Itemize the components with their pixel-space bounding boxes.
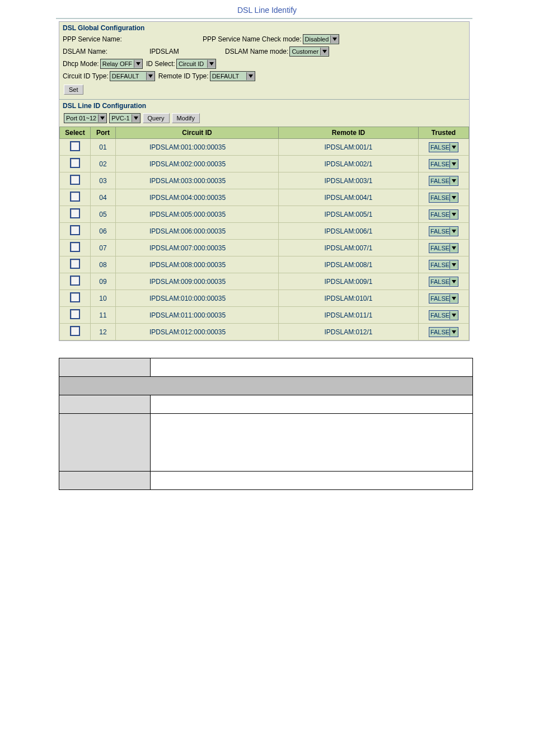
chevron-down-icon xyxy=(449,261,458,269)
row-select-checkbox[interactable] xyxy=(70,208,80,218)
table-row: 09IPDSLAM:009:000:00035IPDSLAM:009/1FALS… xyxy=(60,273,469,290)
port-range-select[interactable]: Port 01~12 xyxy=(64,113,107,123)
table-row: 07IPDSLAM:007:000:00035IPDSLAM:007/1FALS… xyxy=(60,240,469,256)
id-select-select[interactable]: Circuit ID xyxy=(176,59,216,69)
port-cell: 03 xyxy=(91,172,116,189)
doc-cell xyxy=(151,395,473,414)
dslam-name-label: DSLAM Name: xyxy=(63,48,149,55)
doc-cell xyxy=(59,414,151,472)
table-row: 12IPDSLAM:012:000:00035IPDSLAM:012/1FALS… xyxy=(60,324,469,340)
circuit-id-cell: IPDSLAM:010:000:00035 xyxy=(116,290,279,307)
row-select-checkbox[interactable] xyxy=(70,242,80,252)
remote-id-cell: IPDSLAM:008/1 xyxy=(279,256,419,273)
trusted-select[interactable]: FALSE xyxy=(429,260,458,270)
remote-id-cell: IPDSLAM:006/1 xyxy=(279,223,419,240)
port-cell: 07 xyxy=(91,240,116,256)
trusted-select[interactable]: FALSE xyxy=(429,293,458,304)
trusted-select[interactable]: FALSE xyxy=(429,176,458,186)
modify-button[interactable]: Modify xyxy=(172,113,200,123)
remote-id-cell: IPDSLAM:002/1 xyxy=(279,156,419,172)
svg-marker-5 xyxy=(249,74,253,78)
chevron-down-icon xyxy=(449,160,458,168)
row-select-checkbox[interactable] xyxy=(70,175,80,185)
svg-marker-16 xyxy=(452,280,456,283)
circuit-id-cell: IPDSLAM:012:000:00035 xyxy=(116,324,279,340)
doc-cell xyxy=(59,358,151,377)
doc-cell xyxy=(151,472,473,490)
circuit-id-cell: IPDSLAM:009:000:00035 xyxy=(116,273,279,290)
remote-id-cell: IPDSLAM:003/1 xyxy=(279,172,419,189)
chevron-down-icon xyxy=(449,295,458,302)
dslam-name-mode-label: DSLAM Name mode: xyxy=(225,48,288,55)
remote-id-cell: IPDSLAM:010/1 xyxy=(279,290,419,307)
chevron-down-icon xyxy=(449,194,458,202)
trusted-select[interactable]: FALSE xyxy=(429,277,458,287)
port-cell: 05 xyxy=(91,206,116,223)
circuit-id-type-select[interactable]: DEFAULT xyxy=(110,71,155,81)
port-cell: 02 xyxy=(91,156,116,172)
row-select-checkbox[interactable] xyxy=(70,326,80,336)
remote-id-cell: IPDSLAM:007/1 xyxy=(279,240,419,256)
chevron-down-icon xyxy=(132,114,140,122)
ppp-check-mode-label: PPP Service Name Check mode: xyxy=(203,35,302,43)
chevron-down-icon xyxy=(449,278,458,286)
svg-marker-6 xyxy=(100,116,105,120)
col-circuit: Circuit ID xyxy=(116,127,279,139)
ppp-check-mode-select[interactable]: Disabled xyxy=(303,34,340,44)
svg-marker-3 xyxy=(209,62,214,66)
chevron-down-icon xyxy=(449,328,458,336)
page-title: DSL Line Identify xyxy=(0,0,534,18)
table-row: 06IPDSLAM:006:000:00035IPDSLAM:006/1FALS… xyxy=(60,223,469,240)
pvc-select[interactable]: PVC-1 xyxy=(109,113,140,123)
chevron-down-icon xyxy=(449,227,458,235)
remote-id-cell: IPDSLAM:005/1 xyxy=(279,206,419,223)
doc-cell xyxy=(151,414,473,472)
table-row: 03IPDSLAM:003:000:00035IPDSLAM:003/1FALS… xyxy=(60,172,469,189)
trusted-select[interactable]: FALSE xyxy=(429,159,458,169)
row-select-checkbox[interactable] xyxy=(70,158,80,168)
row-select-checkbox[interactable] xyxy=(70,141,80,151)
port-cell: 06 xyxy=(91,223,116,240)
trusted-select[interactable]: FALSE xyxy=(429,193,458,203)
col-remote: Remote ID xyxy=(279,127,419,139)
svg-marker-8 xyxy=(452,146,456,149)
set-button[interactable]: Set xyxy=(64,85,83,95)
dhcp-mode-select[interactable]: Relay OFF xyxy=(100,59,143,69)
config-panel: DSL Global Configuration PPP Service Nam… xyxy=(59,21,470,341)
svg-marker-9 xyxy=(452,162,456,166)
global-config-heading: DSL Global Configuration xyxy=(59,22,469,33)
query-button[interactable]: Query xyxy=(143,113,170,123)
row-select-checkbox[interactable] xyxy=(70,259,80,269)
dhcp-mode-label: Dhcp Mode: xyxy=(63,60,99,68)
svg-marker-0 xyxy=(332,38,337,41)
table-row: 01IPDSLAM:001:000:00035IPDSLAM:001/1FALS… xyxy=(60,139,469,156)
circuit-id-cell: IPDSLAM:001:000:00035 xyxy=(116,139,279,156)
doc-cell xyxy=(59,395,151,414)
doc-cell xyxy=(59,377,473,395)
circuit-id-cell: IPDSLAM:002:000:00035 xyxy=(116,156,279,172)
chevron-down-icon xyxy=(449,177,458,185)
svg-marker-17 xyxy=(452,297,456,300)
chevron-down-icon xyxy=(449,244,458,252)
svg-marker-2 xyxy=(136,62,140,66)
remote-id-type-select[interactable]: DEFAULT xyxy=(210,71,255,81)
trusted-select[interactable]: FALSE xyxy=(429,310,458,320)
row-select-checkbox[interactable] xyxy=(70,309,80,319)
svg-marker-13 xyxy=(452,230,456,233)
trusted-select[interactable]: FALSE xyxy=(429,327,458,337)
trusted-select[interactable]: FALSE xyxy=(429,209,458,220)
row-select-checkbox[interactable] xyxy=(70,292,80,302)
port-cell: 01 xyxy=(91,139,116,156)
col-trusted: Trusted xyxy=(419,127,469,139)
lineid-config-heading: DSL Line ID Configuration xyxy=(59,100,469,111)
circuit-id-cell: IPDSLAM:003:000:00035 xyxy=(116,172,279,189)
dslam-name-mode-select[interactable]: Customer xyxy=(289,46,329,57)
trusted-select[interactable]: FALSE xyxy=(429,142,458,152)
trusted-select[interactable]: FALSE xyxy=(429,243,458,253)
trusted-select[interactable]: FALSE xyxy=(429,226,458,236)
row-select-checkbox[interactable] xyxy=(70,225,80,235)
lineid-table: Select Port Circuit ID Remote ID Trusted… xyxy=(59,127,469,340)
svg-marker-7 xyxy=(134,116,138,120)
row-select-checkbox[interactable] xyxy=(70,276,80,286)
row-select-checkbox[interactable] xyxy=(70,192,80,202)
